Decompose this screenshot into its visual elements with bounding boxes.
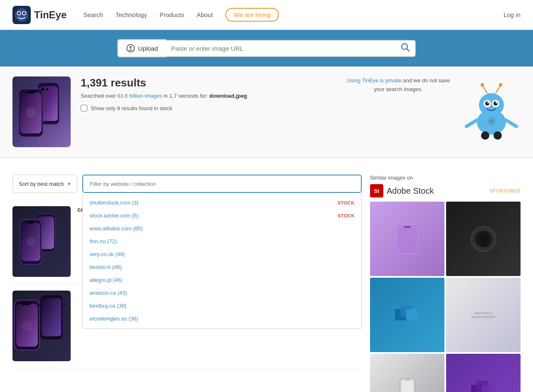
header: TinEye Search Technology Products About … (0, 0, 533, 30)
svg-point-52 (480, 236, 487, 242)
result-thumb-2 (12, 291, 71, 361)
stock-thumb-1[interactable] (370, 202, 444, 276)
filter-dropdown-item[interactable]: allegro.pl (46) (83, 274, 361, 286)
svg-point-4 (18, 12, 20, 15)
sort-dropdown[interactable]: Sort by best match ▼ (12, 175, 77, 193)
adobe-header: St Adobe Stock SPONSORED (370, 184, 521, 197)
stock-thumb-3[interactable] (370, 278, 444, 352)
svg-point-28 (496, 102, 497, 104)
svg-rect-48 (397, 224, 418, 254)
svg-rect-47 (42, 298, 61, 336)
result-info: 1,391 results Searched over 63.8 billion… (81, 76, 334, 147)
filter-dropdown-item[interactable]: www.alibaba.com (85) (83, 222, 361, 235)
svg-line-29 (482, 86, 487, 93)
logo-link[interactable]: TinEye (12, 6, 67, 24)
svg-point-20 (481, 131, 489, 140)
svg-rect-57 (402, 381, 413, 392)
hiring-button[interactable]: We are hiring (225, 8, 279, 22)
svg-line-18 (466, 120, 477, 126)
result-thumb-1 (12, 206, 71, 277)
query-image (12, 76, 71, 147)
svg-rect-58 (405, 379, 410, 380)
svg-point-26 (494, 101, 498, 106)
filter-dropdown-item[interactable]: amazon.ca (43) (83, 286, 361, 299)
svg-point-1 (15, 8, 28, 22)
filter-input[interactable] (82, 175, 362, 193)
svg-point-12 (45, 88, 49, 91)
query-phone-svg (15, 79, 69, 145)
sponsored-tag: SPONSORED (489, 188, 521, 193)
right-panel: Similar images on St Adobe Stock SPONSOR… (370, 175, 521, 392)
search-input-wrapper (166, 40, 416, 57)
left-panel: Sort by best match ▼ shutterstock.com (3… (12, 175, 362, 392)
nav-about[interactable]: About (197, 11, 213, 18)
svg-point-40 (26, 237, 35, 246)
adobe-stock-label: Adobe Stock (387, 186, 434, 196)
results-info-section: 1,391 results Searched over 63.8 billion… (0, 67, 533, 158)
svg-line-8 (407, 49, 409, 51)
stock-thumb-5[interactable] (370, 354, 444, 392)
svg-point-32 (499, 83, 502, 86)
stock-thumb-4[interactable]: ABSTRACTBACKGROUND (446, 278, 521, 352)
robot-mascot (462, 76, 521, 143)
privacy-note: Using TinEye is private and we do not sa… (344, 76, 452, 147)
nav-products[interactable]: Products (160, 11, 184, 18)
search-bar-section: Upload (0, 30, 533, 67)
similar-label: Similar images on (370, 175, 521, 181)
svg-rect-55 (406, 309, 417, 321)
svg-point-25 (485, 101, 489, 106)
logo-text: TinEye (34, 9, 67, 21)
robot-svg (462, 76, 521, 143)
stock-filter-checkbox[interactable] (81, 105, 87, 111)
login-button[interactable]: Log in (503, 11, 521, 18)
stock-checkbox-label: Show only 9 results found in stock (91, 105, 173, 111)
upload-icon (126, 44, 135, 52)
filter-dropdown-item[interactable]: finn.no (72) (83, 235, 361, 248)
stock-image-grid: ABSTRACTBACKGROUND ABSTRACT (370, 202, 521, 392)
search-submit-button[interactable] (401, 43, 410, 54)
svg-point-16 (26, 108, 36, 118)
filter-row: Sort by best match ▼ shutterstock.com (3… (12, 175, 362, 193)
tineye-logo-icon (12, 6, 31, 24)
svg-point-34 (489, 119, 494, 124)
stock-thumb-2[interactable] (446, 202, 521, 276)
main-content: Sort by best match ▼ shutterstock.com (3… (0, 166, 533, 392)
result-count: 1,391 results (81, 76, 334, 89)
filter-dropdown-item[interactable]: very.co.uk (49) (83, 248, 361, 261)
svg-rect-43 (21, 302, 30, 305)
result-phone-svg-2 (12, 293, 71, 359)
svg-point-21 (494, 131, 502, 140)
sort-label: Sort by best match (19, 181, 64, 187)
sort-chevron-icon: ▼ (67, 182, 71, 186)
svg-point-27 (487, 102, 489, 104)
svg-line-19 (506, 120, 516, 126)
svg-point-30 (481, 83, 484, 86)
upload-button[interactable]: Upload (117, 39, 166, 57)
adobe-stock-icon: St (370, 184, 383, 197)
nav-search[interactable]: Search (83, 11, 103, 18)
filter-dropdown-wrapper: shutterstock.com (3)STOCKstock.adobe.com… (82, 175, 362, 193)
main-nav: Search Technology Products About We are … (83, 8, 503, 22)
svg-line-31 (496, 86, 501, 93)
nav-technology[interactable]: Technology (116, 11, 147, 18)
billion-link[interactable]: 63.8 billion images (117, 93, 162, 99)
filter-dropdown-item[interactable]: shutterstock.com (3)STOCK (83, 196, 361, 209)
url-search-input[interactable] (171, 41, 401, 56)
privacy-link[interactable]: Using TinEye is private (347, 77, 402, 84)
svg-point-44 (22, 321, 32, 331)
section-divider (0, 158, 533, 158)
upload-label: Upload (138, 45, 158, 52)
filter-dropdown-item[interactable]: stock.adobe.com (5)STOCK (83, 209, 361, 222)
svg-rect-39 (26, 221, 34, 224)
filter-dropdown-item[interactable]: bestbuy.ca (38) (83, 299, 361, 312)
result-phone-svg-1 (17, 210, 67, 273)
svg-rect-49 (404, 226, 411, 228)
filter-dropdown-list: shutterstock.com (3)STOCKstock.adobe.com… (82, 193, 362, 329)
stock-thumb-6[interactable] (446, 354, 521, 392)
filter-dropdown-item[interactable]: beslist.nl (48) (83, 261, 361, 274)
result-description: Searched over 63.8 billion images in 1.7… (81, 93, 334, 99)
svg-rect-61 (482, 385, 494, 392)
svg-rect-15 (26, 91, 35, 94)
filter-dropdown-item[interactable]: elcorteingles.es (36) (83, 312, 361, 325)
stock-filter-checkbox-label[interactable]: Show only 9 results found in stock (81, 105, 334, 111)
